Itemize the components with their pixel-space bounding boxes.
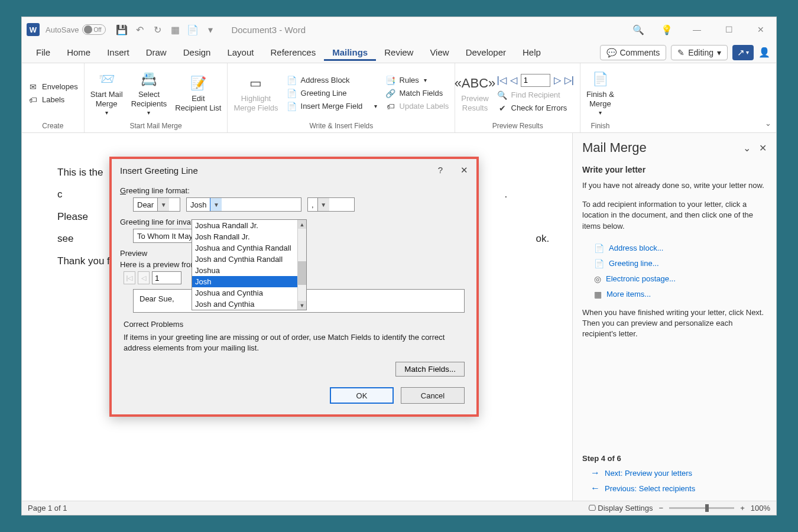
- edit-recipient-list-button[interactable]: 📝Edit Recipient List: [175, 74, 221, 112]
- tab-view[interactable]: View: [421, 44, 457, 61]
- preview-first-icon[interactable]: |◁: [124, 271, 135, 284]
- first-record-icon[interactable]: |◁: [497, 74, 507, 86]
- dialog-close-icon[interactable]: ✕: [460, 165, 468, 176]
- page-indicator[interactable]: Page 1 of 1: [28, 504, 67, 512]
- next-record-icon[interactable]: ▷: [554, 74, 561, 86]
- match-fields-dialog-button[interactable]: Match Fields...: [395, 362, 465, 377]
- editing-mode-button[interactable]: ✎ Editing ▾: [671, 45, 728, 60]
- qat-icon-1[interactable]: ▦: [167, 22, 183, 37]
- tab-references[interactable]: References: [262, 44, 324, 61]
- dropdown-option[interactable]: Joshua and Cynthia: [192, 287, 306, 299]
- scroll-up-icon[interactable]: ▲: [298, 220, 306, 229]
- start-mail-merge-button[interactable]: 📨Start Mail Merge▾: [90, 70, 123, 116]
- dropdown-option[interactable]: Joshua Randall Jr.: [192, 220, 306, 231]
- scroll-thumb[interactable]: [298, 261, 306, 285]
- tab-home[interactable]: Home: [59, 44, 99, 61]
- electronic-postage-link[interactable]: ◎Electronic postage...: [594, 274, 767, 284]
- tab-developer[interactable]: Developer: [458, 44, 514, 61]
- pane-outro: When you have finished writing your lett…: [582, 307, 767, 340]
- tab-mailings[interactable]: Mailings: [324, 44, 376, 61]
- finish-merge-button[interactable]: 📄Finish & Merge▾: [586, 70, 614, 116]
- account-icon[interactable]: 👤: [758, 47, 770, 58]
- tab-help[interactable]: Help: [514, 44, 549, 61]
- address-block-button[interactable]: 📄Address Block: [287, 76, 377, 85]
- punctuation-combo[interactable]: , ▼: [307, 197, 355, 212]
- tab-design[interactable]: Design: [175, 44, 219, 61]
- rules-button[interactable]: 📑Rules▾: [385, 76, 449, 85]
- toggle-switch[interactable]: Off: [82, 24, 106, 35]
- envelopes-button[interactable]: ✉Envelopes: [28, 82, 78, 92]
- dropdown-option[interactable]: Josh Randall Jr.: [192, 231, 306, 242]
- cancel-label: Cancel: [421, 391, 445, 400]
- prev-record-icon[interactable]: ◁: [510, 74, 517, 86]
- chevron-down-icon[interactable]: ▼: [157, 198, 169, 211]
- tab-file[interactable]: File: [28, 44, 59, 61]
- last-record-icon[interactable]: ▷|: [565, 74, 574, 86]
- share-button[interactable]: ↗ ▾: [732, 45, 754, 60]
- chevron-down-icon[interactable]: ▼: [317, 198, 329, 211]
- step-indicator: Step 4 of 6: [582, 446, 767, 463]
- zoom-level[interactable]: 100%: [751, 504, 770, 512]
- dialog-help-icon[interactable]: ?: [438, 165, 443, 176]
- edit-list-label: Edit Recipient List: [175, 94, 221, 112]
- preview-record-input[interactable]: [152, 271, 181, 284]
- tab-insert[interactable]: Insert: [99, 44, 138, 61]
- next-step-link[interactable]: →Next: Preview your letters: [591, 468, 767, 478]
- display-settings-button[interactable]: 🖵 Display Settings: [588, 504, 653, 512]
- comments-button[interactable]: 💬 Comments: [600, 45, 667, 60]
- document-canvas[interactable]: This is the cxxxxxxxxxxxxxxxxxxxxxxxxxxx…: [22, 133, 572, 501]
- preview-results-label: Preview Results: [461, 94, 488, 112]
- check-errors-button[interactable]: ✔Check for Errors: [497, 103, 574, 113]
- prev-step-link[interactable]: ←Previous: Select recipients: [591, 483, 767, 494]
- redo-icon[interactable]: ↻: [150, 22, 165, 37]
- labels-button[interactable]: 🏷Labels: [28, 95, 78, 105]
- start-mail-merge-label: Start Mail Merge: [90, 90, 123, 108]
- greeting-line-link[interactable]: 📄Greeting line...: [594, 259, 767, 268]
- tab-review[interactable]: Review: [376, 44, 421, 61]
- correct-problems-group: Correct Problems If items in your greeti…: [120, 320, 468, 381]
- minimize-button[interactable]: —: [686, 21, 708, 38]
- pane-close-icon[interactable]: ✕: [759, 142, 767, 154]
- zoom-thumb[interactable]: [705, 504, 709, 512]
- chevron-down-icon[interactable]: ▼: [210, 198, 222, 211]
- zoom-slider[interactable]: [669, 507, 734, 509]
- dropdown-option-selected[interactable]: Josh: [192, 276, 306, 287]
- select-recipients-button[interactable]: 📇Select Recipients▾: [131, 70, 167, 116]
- address-block-link[interactable]: 📄Address block...: [594, 244, 767, 253]
- search-icon[interactable]: 🔍: [631, 22, 646, 37]
- ok-button[interactable]: OK: [330, 387, 394, 404]
- dropdown-option[interactable]: Josh and Cynthia: [192, 299, 306, 310]
- qat-icon-2[interactable]: 📄: [185, 22, 200, 37]
- qat-dropdown-icon[interactable]: ▾: [203, 22, 218, 37]
- group-label-write: Write & Insert Fields: [233, 121, 449, 132]
- ok-label: OK: [356, 391, 368, 400]
- scroll-down-icon[interactable]: ▼: [298, 301, 306, 310]
- tab-draw[interactable]: Draw: [138, 44, 175, 61]
- cancel-button[interactable]: Cancel: [401, 387, 465, 404]
- dropdown-option[interactable]: Joshua and Cynthia Randall: [192, 242, 306, 254]
- close-button[interactable]: ✕: [750, 21, 771, 38]
- more-items-link[interactable]: ▦More items...: [594, 290, 767, 299]
- maximize-button[interactable]: ☐: [718, 21, 739, 38]
- insert-merge-field-button[interactable]: 📄Insert Merge Field ▾: [287, 102, 377, 111]
- pane-collapse-icon[interactable]: ⌄: [743, 142, 751, 154]
- group-label-finish: Finish: [586, 121, 614, 132]
- ribbon-collapse-button[interactable]: ⌄: [760, 114, 776, 132]
- undo-icon[interactable]: ↶: [132, 22, 147, 37]
- record-number-input[interactable]: [521, 74, 550, 87]
- match-fields-button[interactable]: 🔗Match Fields: [385, 89, 449, 98]
- zoom-in-button[interactable]: +: [740, 504, 745, 512]
- name-format-combo[interactable]: Josh ▼: [186, 197, 301, 212]
- greeting-line-button[interactable]: 📄Greeting Line: [287, 89, 377, 98]
- zoom-out-button[interactable]: −: [659, 504, 664, 512]
- lightbulb-icon[interactable]: 💡: [659, 22, 674, 37]
- dropdown-option[interactable]: Joshua: [192, 265, 306, 276]
- salutation-combo[interactable]: Dear ▼: [133, 197, 180, 212]
- save-icon[interactable]: 💾: [114, 22, 129, 37]
- tab-layout[interactable]: Layout: [219, 44, 262, 61]
- prev-label: Previous: Select recipients: [605, 484, 695, 493]
- autosave-toggle[interactable]: AutoSave Off: [46, 24, 106, 35]
- preview-prev-icon[interactable]: ◁: [138, 271, 150, 284]
- dropdown-option[interactable]: Josh and Cynthia Randall: [192, 254, 306, 265]
- dropdown-scrollbar[interactable]: ▲ ▼: [297, 220, 306, 310]
